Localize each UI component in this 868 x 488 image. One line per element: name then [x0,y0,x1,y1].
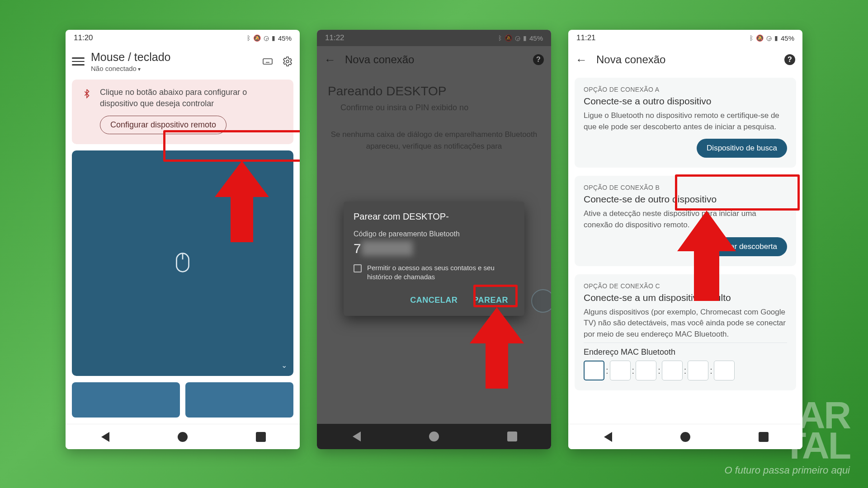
pairing-code: 7XXXXX [354,241,514,256]
nav-home[interactable] [178,432,188,442]
svg-point-6 [286,60,289,63]
watermark-tagline: O futuro passa primeiro aqui [724,465,850,476]
back-icon[interactable]: ← [576,53,587,67]
app-header: ← Nova conexão ? [568,46,802,73]
status-bar: 11:22 ᛒ 🔕 ◶ ▮ 45% [317,30,551,46]
touchpad-area[interactable]: ⌄ [72,150,293,376]
nav-back[interactable] [602,432,612,442]
nav-back[interactable] [99,432,109,442]
mute-icon: 🔕 [756,34,764,42]
connection-status[interactable]: Não conectado [91,65,262,72]
option-b-title: Conecte-se de outro dispositivo [584,194,787,205]
contacts-checkbox[interactable]: Permitir o acesso aos seus contatos e se… [354,263,514,282]
status-icons: ᛒ 🔕 ◶ ▮ 45% [750,34,794,42]
enable-discovery-button[interactable]: Ativar descoberta [708,237,787,256]
bluetooth-icon: ᛒ [247,34,250,42]
battery-pct: 45% [529,34,543,42]
bluetooth-off-icon [80,87,94,100]
battery-icon: ▮ [774,34,778,42]
mac-octet-2[interactable] [610,361,631,380]
option-c-card: OPÇÃO DE CONEXÃO C Conecte-se a um dispo… [575,274,796,391]
option-c-label: OPÇÃO DE CONEXÃO C [584,282,787,290]
mouse-icon [175,252,190,275]
app-header: Mouse / teclado Não conectado [66,46,300,77]
chevron-down-icon[interactable]: ⌄ [281,361,287,370]
clock: 11:20 [74,33,93,42]
back-icon[interactable]: ← [324,53,336,67]
help-icon[interactable]: ? [533,54,544,65]
side-peek-button[interactable] [531,289,551,313]
mac-address-input: : : : : : [584,361,787,380]
option-b-card: OPÇÃO DE CONEXÃO B Conecte-se de outro d… [575,176,796,266]
mac-octet-3[interactable] [636,361,656,380]
status-icons: ᛒ 🔕 ◶ ▮ 45% [247,34,292,42]
watermark-line2: TAL [724,431,850,461]
mute-icon: 🔕 [253,34,261,42]
page-title: Nova conexão [596,53,784,66]
pairing-subtitle: Confirme ou insira o PIN exibido no [340,103,540,113]
phone-screenshot-2: 11:22 ᛒ 🔕 ◶ ▮ 45% ← Nova conexão ? Parea… [317,30,551,449]
mac-octet-4[interactable] [662,361,683,380]
mac-octet-5[interactable] [688,361,708,380]
mac-octet-1[interactable] [584,361,604,380]
watermark: AR TAL O futuro passa primeiro aqui [724,400,850,476]
option-b-desc: Ative a detecção neste dispositivo para … [584,208,787,230]
mute-icon: 🔕 [505,34,512,42]
nav-recent[interactable] [256,432,266,442]
wifi-icon: ◶ [515,34,520,42]
status-bar: 11:20 ᛒ 🔕 ◶ ▮ 45% [66,30,300,46]
pairing-dialog: Parear com DESKTOP- Código de pareamento… [344,202,524,316]
clock: 11:22 [325,33,344,42]
pairing-note: Se nenhuma caixa de diálogo de emparelha… [328,129,540,152]
option-b-label: OPÇÃO DE CONEXÃO B [584,184,787,191]
pairing-title: Pareando DESKTOP [328,84,540,99]
mouse-buttons [72,382,293,418]
dialog-subtitle: Código de pareamento Bluetooth [354,230,514,238]
page-title: Mouse / teclado [91,51,262,64]
svg-rect-0 [263,59,272,64]
option-a-desc: Ligue o Bluetooth no dispositivo remoto … [584,110,787,132]
info-card: Clique no botão abaixo para configurar o… [72,80,293,144]
android-navbar [317,424,551,449]
clock: 11:21 [576,33,596,42]
keyboard-icon[interactable] [262,56,274,67]
battery-icon: ▮ [272,34,275,42]
nav-back[interactable] [351,432,361,441]
mac-address-label: Endereço MAC Bluetooth [584,343,787,357]
content-area: OPÇÃO DE CONEXÃO A Conecte-se a outro di… [568,73,802,424]
android-navbar [66,424,300,449]
battery-icon: ▮ [523,34,527,42]
nav-recent[interactable] [507,432,517,441]
search-device-button[interactable]: Dispositivo de busca [697,139,787,158]
phone-screenshot-3: 11:21 ᛒ 🔕 ◶ ▮ 45% ← Nova conexão ? OPÇÃO… [568,30,802,449]
dialog-title: Parear com DESKTOP- [354,211,514,222]
page-title: Nova conexão [345,53,533,66]
option-c-title: Conecte-se a um dispositivo oculto [584,292,787,303]
pair-button[interactable]: PAREAR [467,291,514,310]
app-header: ← Nova conexão ? [317,46,551,73]
configure-remote-button[interactable]: Configurar dispositivo remoto [100,116,226,134]
status-icons: ᛒ 🔕 ◶ ▮ 45% [498,34,543,42]
wifi-icon: ◶ [766,34,772,42]
status-bar: 11:21 ᛒ 🔕 ◶ ▮ 45% [568,30,802,46]
menu-icon[interactable] [72,57,85,66]
phone-screenshot-1: 11:20 ᛒ 🔕 ◶ ▮ 45% Mouse / teclado Não co… [66,30,300,449]
bluetooth-icon: ᛒ [750,34,753,42]
nav-home[interactable] [680,432,690,442]
checkbox-icon[interactable] [354,264,362,272]
nav-home[interactable] [429,432,439,441]
battery-pct: 45% [278,34,292,42]
option-c-desc: Alguns dispositivos (por exemplo, Chrome… [584,307,787,340]
help-icon[interactable]: ? [784,54,795,65]
battery-pct: 45% [781,34,794,42]
gear-icon[interactable] [282,56,293,67]
left-click-button[interactable] [72,382,180,418]
option-a-label: OPÇÃO DE CONEXÃO A [584,86,787,93]
wifi-icon: ◶ [264,34,269,42]
cancel-button[interactable]: CANCELAR [404,291,464,310]
right-click-button[interactable] [185,382,293,418]
option-a-card: OPÇÃO DE CONEXÃO A Conecte-se a outro di… [575,78,796,168]
mac-octet-6[interactable] [714,361,735,380]
option-a-title: Conecte-se a outro dispositivo [584,96,787,107]
bluetooth-icon: ᛒ [498,34,502,42]
